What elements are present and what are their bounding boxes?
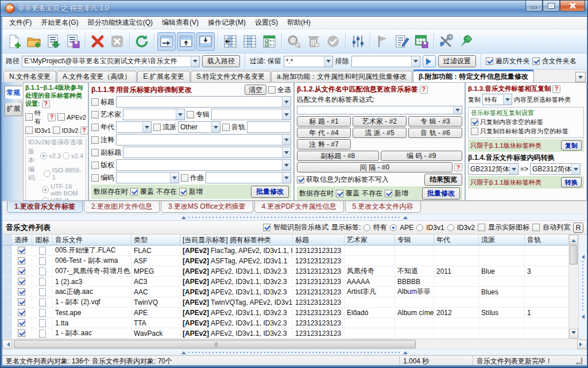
clear-button[interactable]: 清空 bbox=[245, 85, 266, 95]
encoder-field-checkbox[interactable] bbox=[91, 174, 99, 182]
chevron-down-icon[interactable] bbox=[211, 122, 220, 132]
horizontal-scroll-thumb[interactable] bbox=[14, 340, 416, 348]
help-icon[interactable]: ? bbox=[454, 163, 462, 171]
header-select[interactable]: 选择 bbox=[11, 235, 32, 245]
artist-combo[interactable] bbox=[123, 109, 185, 120]
show-tag-id3v1-radio[interactable] bbox=[416, 224, 423, 231]
search-disabled-button[interactable] bbox=[285, 32, 303, 51]
save-table-button[interactable] bbox=[412, 32, 431, 51]
album-combo[interactable] bbox=[211, 109, 291, 120]
vertical-splitter[interactable] bbox=[578, 235, 587, 339]
auto-column-width-checkbox[interactable] bbox=[532, 224, 540, 231]
tab-specific-filename[interactable]: S.特定文件文件名变更 bbox=[191, 71, 270, 82]
column-select-button[interactable] bbox=[241, 32, 259, 51]
chevron-down-icon[interactable] bbox=[282, 172, 291, 183]
tab-filename-advanced[interactable]: A.文件名变更（高级） bbox=[57, 71, 137, 82]
chevron-down-icon[interactable] bbox=[503, 94, 512, 105]
row-gutter[interactable] bbox=[2, 246, 11, 255]
row-checkbox[interactable] bbox=[18, 278, 25, 285]
filter-settings-button[interactable]: 过滤设置 bbox=[438, 55, 476, 67]
tag-genre-button[interactable]: 流 派 - #5 bbox=[353, 128, 407, 138]
copy-nonempty-checkbox[interactable] bbox=[471, 118, 478, 126]
chevron-down-icon[interactable] bbox=[282, 109, 291, 120]
encoder-combo[interactable] bbox=[116, 172, 179, 183]
tag-subtitle-button[interactable]: 副标题 - #8 bbox=[297, 151, 379, 161]
copyright-combo[interactable] bbox=[116, 159, 291, 171]
row-gutter[interactable] bbox=[2, 318, 11, 328]
encoding-to-combo[interactable]: GB2312简体 bbox=[530, 163, 581, 175]
scroll-down-button[interactable] bbox=[569, 329, 578, 339]
traverse-folders-checkbox[interactable] bbox=[486, 57, 493, 65]
smart-detect-checkbox[interactable] bbox=[263, 224, 270, 231]
header-artist[interactable]: 艺术家 bbox=[345, 235, 395, 245]
row-select-cell[interactable] bbox=[11, 246, 32, 255]
table-row[interactable]: 1 (2).ac3AC3[APEv2]APEv2, ID3v1.1, ID3v2… bbox=[2, 277, 568, 287]
horizontal-scrollbar[interactable] bbox=[2, 339, 587, 349]
header-tags[interactable]: [当前显示标签] 拥有标签种类 bbox=[180, 235, 293, 245]
album-field-checkbox[interactable] bbox=[187, 111, 194, 118]
chevron-down-icon[interactable] bbox=[170, 172, 179, 183]
tab-attr-time-batch[interactable]: a.附加功能：文件属性和时间属性批量修改 bbox=[271, 71, 412, 82]
preview-button[interactable]: 结果预览 bbox=[424, 174, 462, 186]
year-field-checkbox[interactable] bbox=[91, 124, 99, 131]
track-input[interactable] bbox=[247, 121, 291, 133]
row-select-cell[interactable] bbox=[11, 256, 32, 266]
include-folder-name-checkbox[interactable] bbox=[532, 57, 540, 65]
flag-disabled-button[interactable] bbox=[373, 32, 392, 51]
convert-button[interactable]: 转换 bbox=[561, 177, 582, 187]
row-select-cell[interactable] bbox=[11, 287, 32, 297]
edit-list-button[interactable] bbox=[393, 32, 411, 51]
year-combo[interactable] bbox=[116, 121, 152, 133]
b12-addnew-checkbox[interactable] bbox=[385, 190, 392, 197]
tag-artist-button[interactable]: 艺术家 - #2 bbox=[353, 116, 407, 126]
b11-overwrite-checkbox[interactable] bbox=[130, 188, 138, 195]
tag-year-button[interactable]: 年 代 - #4 bbox=[297, 128, 351, 138]
chevron-down-icon[interactable] bbox=[411, 56, 420, 67]
vertical-scroll-track[interactable] bbox=[569, 244, 578, 329]
iso-radio[interactable] bbox=[44, 170, 51, 177]
refresh-list-button[interactable]: R bbox=[573, 223, 583, 233]
genre-field-checkbox[interactable] bbox=[153, 124, 161, 131]
row-gutter[interactable] bbox=[2, 266, 11, 276]
path-combo[interactable]: E:\MyProject\@菲菲更名宝贝测试文件夹\音乐文件 bbox=[22, 56, 200, 67]
menu-help[interactable]: 帮助(H) bbox=[283, 17, 315, 29]
b12-batch-apply-button[interactable]: 批量修改 bbox=[422, 187, 460, 200]
subtab-office-summary[interactable]: 3.更改MS Office文档摘要 bbox=[161, 201, 253, 213]
header-year[interactable]: 年代 bbox=[434, 235, 479, 245]
row-select-cell[interactable] bbox=[11, 277, 32, 286]
copy-target-empty-checkbox[interactable] bbox=[471, 128, 478, 135]
close-button[interactable] bbox=[560, 1, 585, 12]
row-gutter[interactable] bbox=[2, 277, 11, 286]
composer-field-checkbox[interactable] bbox=[181, 174, 188, 182]
filter-sliders-button[interactable] bbox=[349, 32, 367, 51]
tag-album-button[interactable]: 专 辑 - #3 bbox=[408, 116, 462, 126]
menu-edit-view[interactable]: 编辑查看(V) bbox=[157, 17, 203, 29]
tag-separator-button[interactable]: 间 隔 - #0 bbox=[297, 162, 452, 172]
minimize-button[interactable] bbox=[525, 1, 543, 12]
cell-filename[interactable]: 1 - 副本.aac bbox=[53, 328, 131, 338]
utf16-radio[interactable] bbox=[42, 186, 49, 193]
row-select-cell[interactable] bbox=[11, 318, 32, 328]
chevron-down-icon[interactable] bbox=[282, 135, 291, 145]
subtitle-field-checkbox[interactable] bbox=[91, 149, 99, 156]
tag-encoder-button[interactable]: 编 码 - #9 bbox=[381, 151, 463, 161]
encoding-from-combo[interactable]: GB2312简体 bbox=[468, 163, 519, 175]
v24-radio[interactable] bbox=[63, 152, 69, 159]
b11-addnew-checkbox[interactable] bbox=[179, 188, 187, 195]
maximize-button[interactable] bbox=[543, 1, 560, 12]
header-filename[interactable]: 音乐文件 bbox=[53, 235, 131, 245]
help-icon[interactable]: ? bbox=[42, 100, 50, 108]
chevron-down-icon[interactable] bbox=[571, 164, 580, 174]
show-tag-special-radio[interactable] bbox=[363, 224, 370, 231]
id3v1-checkbox[interactable] bbox=[25, 126, 33, 134]
keep-pattern-combo[interactable]: *.* bbox=[284, 56, 333, 67]
cell-filename[interactable]: 006-Test - 副本.wma bbox=[53, 256, 131, 266]
artist-field-checkbox[interactable] bbox=[91, 111, 99, 118]
vertical-scroll-thumb[interactable] bbox=[570, 245, 578, 264]
chevron-down-icon[interactable] bbox=[282, 160, 291, 170]
copy-source-combo[interactable]: 特有 bbox=[482, 94, 512, 105]
expr-combo[interactable] bbox=[297, 106, 462, 114]
row-gutter[interactable] bbox=[2, 308, 11, 317]
table-row[interactable]: 005.开始懂了.FLACFLAC[APEv2]FlacTag, APEv2, … bbox=[2, 246, 568, 256]
comment-combo[interactable] bbox=[116, 134, 291, 145]
